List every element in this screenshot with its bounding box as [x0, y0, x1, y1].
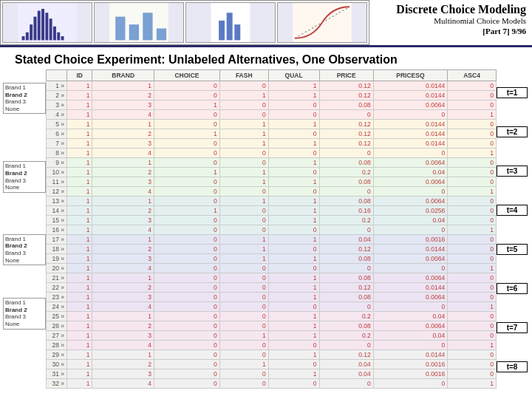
row-number: 27 » [47, 331, 67, 341]
cell: 1 [67, 129, 92, 139]
cell: 0.08 [319, 177, 373, 187]
cell: 0 [219, 293, 268, 302]
cell: 0 [268, 379, 319, 389]
cell: 1 [67, 254, 92, 264]
table-row: 16 »14000001 [47, 225, 497, 235]
cell: 1 [67, 100, 92, 110]
cell: 0.16 [319, 206, 373, 216]
cell: 1 [268, 120, 319, 129]
cell: 0 [448, 369, 497, 379]
cell: 2 [92, 206, 154, 216]
cell: 0.12 [319, 139, 373, 149]
cell: 4 [92, 225, 154, 235]
row-number: 15 » [47, 216, 67, 225]
cell: 1 [268, 158, 319, 168]
cell: 0 [268, 100, 319, 110]
cell: 1 [448, 341, 497, 350]
cell: 0 [154, 331, 219, 341]
table-row: 27 »130110.20.040 [47, 331, 497, 341]
cell: 0.0256 [373, 206, 447, 216]
title-part: [Part 7] 9/96 [375, 27, 526, 35]
row-number: 10 » [47, 168, 67, 177]
cell: 0 [154, 341, 219, 350]
cell: 1 [67, 293, 92, 302]
svg-rect-18 [219, 21, 225, 40]
cell: 0 [448, 100, 497, 110]
cell: 0 [319, 149, 373, 158]
column-header: ASC4 [448, 70, 497, 81]
cell: 0 [219, 149, 268, 158]
cell: 1 [67, 235, 92, 245]
cell: 0.08 [319, 158, 373, 168]
cell: 0.0064 [373, 177, 447, 187]
thumb-bars [94, 2, 184, 43]
cell: 0.08 [319, 254, 373, 264]
cell: 0 [154, 379, 219, 389]
cell: 0 [154, 245, 219, 254]
svg-rect-14 [129, 24, 139, 40]
cell: 4 [92, 187, 154, 197]
row-number: 32 » [47, 379, 67, 389]
svg-rect-7 [45, 13, 48, 40]
cell: 0 [319, 341, 373, 350]
cell: 0 [154, 283, 219, 293]
cell: 0 [219, 273, 268, 283]
row-number: 28 » [47, 341, 67, 350]
cell: 1 [67, 273, 92, 283]
cell: 1 [219, 235, 268, 245]
cell: 0 [448, 216, 497, 225]
row-number: 4 » [47, 110, 67, 120]
svg-rect-16 [157, 28, 166, 40]
cell: 1 [219, 168, 268, 177]
cell: 0 [154, 149, 219, 158]
cell: 1 [67, 149, 92, 158]
svg-rect-2 [26, 33, 29, 41]
cell: 1 [67, 312, 92, 321]
cell: 0.04 [319, 369, 373, 379]
cell: 0 [373, 225, 447, 235]
cell: 0 [219, 321, 268, 331]
t-label: t=3 [497, 166, 528, 177]
cell: 1 [67, 283, 92, 293]
cell: 1 [268, 254, 319, 264]
column-header: FASH [219, 70, 268, 81]
data-table-wrap: IDBRANDCHOICEFASHQUALPRICEPRICESQASC4 1 … [46, 69, 497, 399]
cell: 1 [67, 197, 92, 206]
cell: 1 [67, 341, 92, 350]
table-row: 22 »120010.120.01440 [47, 283, 497, 293]
table-row: 4 »14000001 [47, 110, 497, 120]
cell: 1 [268, 283, 319, 293]
cell: 0 [448, 129, 497, 139]
cell: 4 [92, 110, 154, 120]
cell: 0 [448, 283, 497, 293]
cell: 0 [268, 245, 319, 254]
column-header: CHOICE [154, 70, 219, 81]
cell: 1 [268, 81, 319, 91]
cell: 1 [67, 91, 92, 100]
cell: 1 [448, 379, 497, 389]
cell: 1 [67, 350, 92, 360]
table-row: 12 »14000001 [47, 187, 497, 197]
cell: 0.0064 [373, 100, 447, 110]
cell: 0.08 [319, 197, 373, 206]
row-number: 6 » [47, 129, 67, 139]
svg-rect-9 [53, 27, 56, 41]
cell: 2 [92, 91, 154, 100]
cell: 1 [154, 100, 219, 110]
cell: 1 [67, 158, 92, 168]
cell: 0 [154, 302, 219, 312]
cell: 1 [67, 331, 92, 341]
table-row: 31 »130010.040.00160 [47, 369, 497, 379]
cell: 0 [448, 81, 497, 91]
row-number: 12 » [47, 187, 67, 197]
cell: 0.08 [319, 273, 373, 283]
cell: 0 [154, 91, 219, 100]
cell: 0.2 [319, 216, 373, 225]
cell: 4 [92, 264, 154, 273]
table-row: 1 »110010.120.01440 [47, 81, 497, 91]
cell: 0 [319, 225, 373, 235]
table-row: 32 »14000001 [47, 379, 497, 389]
cell: 0.0016 [373, 360, 447, 369]
cell: 0 [448, 177, 497, 187]
table-row: 29 »110010.120.01440 [47, 350, 497, 360]
